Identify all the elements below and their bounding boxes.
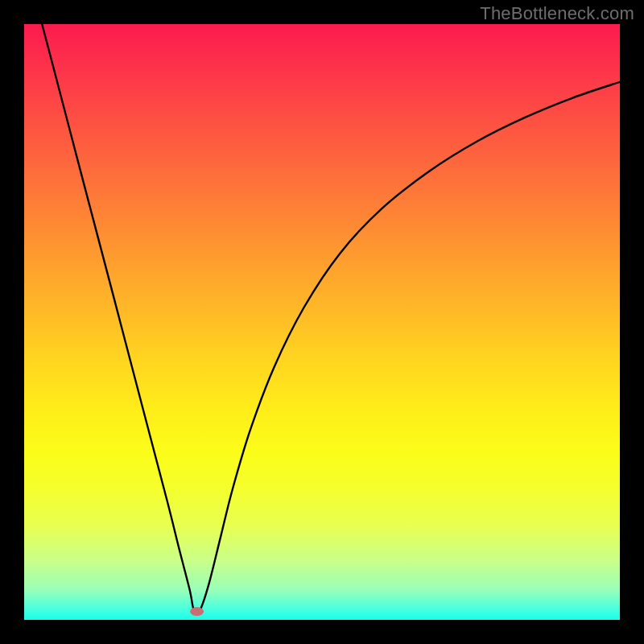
watermark-text: TheBottleneck.com (480, 3, 634, 24)
plot-area (24, 24, 620, 620)
minimum-marker (191, 608, 204, 616)
chart-svg (24, 24, 620, 620)
bottleneck-curve (42, 24, 620, 613)
chart-stage: TheBottleneck.com (0, 0, 644, 644)
